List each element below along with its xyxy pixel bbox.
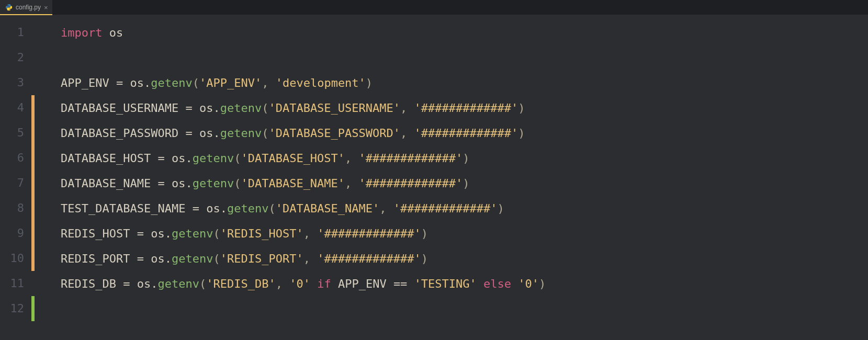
line-number: 7 (0, 171, 24, 196)
line-number: 2 (0, 45, 24, 70)
line-number: 8 (0, 196, 24, 221)
code-line[interactable]: import os (35, 20, 847, 45)
code-line[interactable]: DATABASE_NAME = os.getenv('DATABASE_NAME… (35, 171, 847, 196)
line-number: 3 (0, 70, 24, 95)
code-line[interactable]: REDIS_PORT = os.getenv('REDIS_PORT', '##… (35, 246, 847, 271)
code-line[interactable]: APP_ENV = os.getenv('APP_ENV', 'developm… (35, 70, 847, 95)
line-number: 10 (0, 246, 24, 271)
editor-tab-config[interactable]: config.py × (0, 0, 53, 15)
code-line[interactable]: REDIS_HOST = os.getenv('REDIS_HOST', '##… (35, 221, 847, 246)
line-number: 5 (0, 120, 24, 145)
code-line[interactable]: DATABASE_HOST = os.getenv('DATABASE_HOST… (35, 145, 847, 171)
line-number: 11 (0, 271, 24, 296)
python-file-icon (5, 4, 13, 11)
code-body[interactable]: import os APP_ENV = os.getenv('APP_ENV',… (35, 15, 847, 340)
minimap[interactable] (847, 15, 868, 340)
tab-bar: config.py × (0, 0, 868, 15)
line-number: 4 (0, 95, 24, 120)
line-number: 6 (0, 145, 24, 171)
editor-area[interactable]: 1 2 3 4 5 6 7 8 9 10 11 12 import os APP… (0, 15, 868, 340)
line-number: 12 (0, 296, 24, 321)
line-number: 1 (0, 20, 24, 45)
code-line[interactable]: DATABASE_USERNAME = os.getenv('DATABASE_… (35, 95, 847, 120)
close-tab-icon[interactable]: × (44, 4, 48, 11)
tab-filename: config.py (16, 4, 41, 11)
code-line[interactable] (35, 45, 847, 70)
code-line[interactable]: TEST_DATABASE_NAME = os.getenv('DATABASE… (35, 196, 847, 221)
code-line[interactable]: REDIS_DB = os.getenv('REDIS_DB', '0' if … (35, 271, 847, 296)
line-number: 9 (0, 221, 24, 246)
code-line[interactable]: DATABASE_PASSWORD = os.getenv('DATABASE_… (35, 120, 847, 145)
code-line[interactable] (35, 296, 847, 321)
line-number-gutter: 1 2 3 4 5 6 7 8 9 10 11 12 (0, 15, 31, 340)
